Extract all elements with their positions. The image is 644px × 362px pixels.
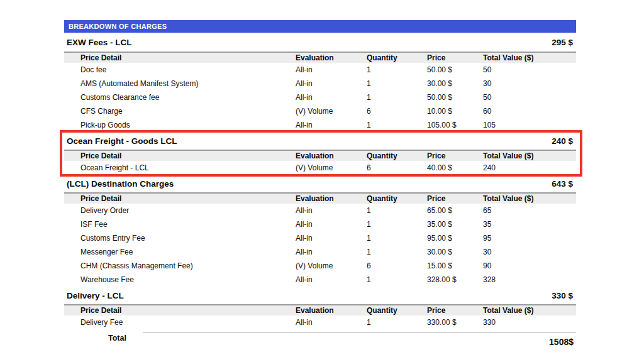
cell-total-value: 30 <box>483 248 576 256</box>
column-header-total-value: Total Value ($) <box>483 306 576 315</box>
charge-row: AMS (Automated Manifest System) All-in 1… <box>64 77 576 90</box>
cell-detail: CFS Charge <box>64 107 296 116</box>
cell-price: 50.00 $ <box>427 93 483 102</box>
cell-evaluation: All-in <box>296 275 367 284</box>
column-header-evaluation: Evaluation <box>296 306 367 315</box>
cell-quantity: 1 <box>367 220 427 229</box>
charge-row: Doc fee All-in 1 50.00 $ 50 <box>64 63 576 77</box>
cell-total-value: 105 <box>483 121 576 129</box>
cell-evaluation: All-in <box>296 206 367 215</box>
section-exw-fees-lcl: EXW Fees - LCL 295 $ Price Detail Evalua… <box>64 33 576 132</box>
charge-row: Customs Entry Fee All-in 1 95.00 $ 95 <box>64 231 576 245</box>
cell-detail: Delivery Order <box>64 206 296 215</box>
cell-total-value: 330 <box>483 318 576 327</box>
section-title-row: Delivery - LCL 330 $ <box>64 287 576 304</box>
column-header-evaluation: Evaluation <box>296 151 367 160</box>
cell-total-value: 35 <box>483 220 576 229</box>
cell-total-value: 30 <box>483 79 576 88</box>
column-header-evaluation: Evaluation <box>296 53 367 62</box>
charge-row: ISF Fee All-in 1 35.00 $ 35 <box>64 217 576 231</box>
column-header-quantity: Quantity <box>367 151 427 160</box>
column-header-quantity: Quantity <box>367 194 427 203</box>
cell-price: 15.00 $ <box>427 261 483 270</box>
column-header-price-detail: Price Detail <box>64 53 296 62</box>
cell-detail: Customs Clearance fee <box>64 93 296 102</box>
cell-quantity: 1 <box>367 79 427 88</box>
cell-price: 35.00 $ <box>427 220 483 229</box>
column-header-row: Price Detail Evaluation Quantity Price T… <box>64 150 576 161</box>
column-header-total-value: Total Value ($) <box>483 151 576 160</box>
section-title: EXW Fees - LCL <box>67 38 132 47</box>
section-title-row: (LCL) Destination Charges 643 $ <box>64 175 576 192</box>
cell-total-value: 328 <box>483 275 576 284</box>
section-total: 643 $ <box>552 179 573 189</box>
charge-row: CHM (Chassis Management Fee) (V) Volume … <box>64 259 576 273</box>
section-title-row: Ocean Freight - Goods LCL 240 $ <box>64 132 576 150</box>
cell-total-value: 50 <box>483 65 576 74</box>
cell-price: 10.00 $ <box>427 107 483 116</box>
cell-total-value: 60 <box>483 107 576 116</box>
cell-detail: Customs Entry Fee <box>64 234 296 243</box>
cell-evaluation: All-in <box>296 121 367 129</box>
charge-row: Warehouse Fee All-in 1 328.00 $ 328 <box>64 273 576 287</box>
charge-row: Delivery Order All-in 1 65.00 $ 65 <box>64 204 576 217</box>
cell-quantity: 6 <box>367 107 427 116</box>
column-header-price: Price <box>427 53 483 62</box>
cell-quantity: 6 <box>367 163 427 172</box>
column-header-evaluation: Evaluation <box>296 194 367 203</box>
charge-row: Customs Clearance fee All-in 1 50.00 $ 5… <box>64 90 576 104</box>
column-header-row: Price Detail Evaluation Quantity Price T… <box>64 52 576 63</box>
column-header-price: Price <box>427 151 483 160</box>
section-title: Delivery - LCL <box>67 291 124 300</box>
cell-detail: Doc fee <box>64 65 296 74</box>
cell-evaluation: (V) Volume <box>296 163 367 172</box>
column-header-price: Price <box>427 194 483 203</box>
cell-price: 50.00 $ <box>427 65 483 74</box>
section-title: Ocean Freight - Goods LCL <box>67 136 177 146</box>
column-header-row: Price Detail Evaluation Quantity Price T… <box>64 192 576 204</box>
cell-detail: Ocean Freight - LCL <box>64 163 296 172</box>
charge-row: Delivery Fee All-in 1 330.00 $ 330 <box>64 315 576 329</box>
cell-evaluation: All-in <box>296 93 367 102</box>
cell-price: 30.00 $ <box>427 248 483 256</box>
cell-price: 105.00 $ <box>427 121 483 129</box>
section-total: 240 $ <box>552 136 573 146</box>
section-title-row: EXW Fees - LCL 295 $ <box>64 33 576 52</box>
column-header-total-value: Total Value ($) <box>483 194 576 203</box>
cell-price: 30.00 $ <box>427 79 483 88</box>
cell-evaluation: (V) Volume <box>296 107 367 116</box>
cell-quantity: 1 <box>367 93 427 102</box>
cell-price: 328.00 $ <box>427 275 483 284</box>
column-header-quantity: Quantity <box>367 306 427 315</box>
cell-total-value: 90 <box>483 261 576 270</box>
cell-price: 330.00 $ <box>427 318 483 327</box>
cell-total-value: 95 <box>483 234 576 243</box>
document-page: BREAKDOWN OF CHARGES EXW Fees - LCL 295 … <box>0 0 644 362</box>
cell-evaluation: (V) Volume <box>296 261 367 270</box>
cell-quantity: 1 <box>367 234 427 243</box>
cell-total-value: 65 <box>483 206 576 215</box>
charges-document: BREAKDOWN OF CHARGES EXW Fees - LCL 295 … <box>64 20 576 347</box>
cell-price: 95.00 $ <box>427 234 483 243</box>
charge-row: Ocean Freight - LCL (V) Volume 6 40.00 $… <box>64 161 576 175</box>
cell-detail: ISF Fee <box>64 220 296 229</box>
cell-quantity: 6 <box>367 261 427 270</box>
cell-evaluation: All-in <box>296 234 367 243</box>
charge-row: CFS Charge (V) Volume 6 10.00 $ 60 <box>64 104 576 118</box>
section-total: 295 $ <box>552 38 573 47</box>
cell-detail: AMS (Automated Manifest System) <box>64 79 296 88</box>
column-header-quantity: Quantity <box>367 53 427 62</box>
column-header-price-detail: Price Detail <box>64 194 296 203</box>
grand-total-row: Total 1508$ <box>64 332 576 347</box>
section-ocean-freight-goods-lcl: Ocean Freight - Goods LCL 240 $ Price De… <box>64 132 576 175</box>
column-header-price-detail: Price Detail <box>64 306 296 315</box>
cell-evaluation: All-in <box>296 248 367 256</box>
cell-quantity: 1 <box>367 318 427 327</box>
cell-price: 65.00 $ <box>427 206 483 215</box>
section-title: (LCL) Destination Charges <box>67 179 174 189</box>
grand-total-rule: 1508$ <box>143 332 576 347</box>
cell-detail: CHM (Chassis Management Fee) <box>64 261 296 270</box>
cell-quantity: 1 <box>367 275 427 284</box>
section-total: 330 $ <box>552 291 573 300</box>
charge-row: Messenger Fee All-in 1 30.00 $ 30 <box>64 245 576 259</box>
